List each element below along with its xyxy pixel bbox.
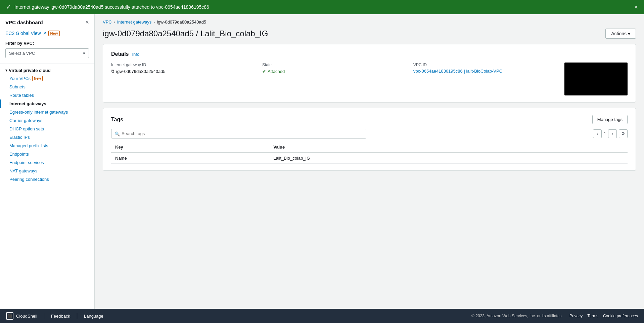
cloudshell-area[interactable]: ⬛ CloudShell <box>6 312 37 320</box>
page-title: igw-0d079da80a2540ad5 / Lalit_Bio_colab_… <box>103 29 268 38</box>
gateway-id-value: ⧉ igw-0d079da80a2540ad5 <box>111 69 257 74</box>
external-link-icon: ↗ <box>43 31 46 36</box>
gateway-id-field: Internet gateway ID ⧉ igw-0d079da80a2540… <box>111 63 257 95</box>
state-label: State <box>262 63 408 67</box>
tags-pagination: ‹ 1 › ⚙ <box>593 129 628 138</box>
sidebar-item-nat-gateways[interactable]: NAT gateways <box>0 167 94 175</box>
sidebar-close-button[interactable]: × <box>85 19 89 26</box>
filter-by-vpc-label: Filter by VPC: <box>0 39 94 47</box>
tags-search-input[interactable] <box>111 129 366 138</box>
sidebar-item-carrier-gateways[interactable]: Carrier gateways <box>0 116 94 125</box>
vpc-select-placeholder: Select a VPC <box>9 51 35 56</box>
sidebar-nav: Your VPCsNewSubnetsRoute tablesInternet … <box>0 74 94 184</box>
details-info-link[interactable]: Info <box>132 52 139 57</box>
sidebar-item-internet-gateways[interactable]: Internet gateways <box>0 99 94 108</box>
details-grid: Internet gateway ID ⧉ igw-0d079da80a2540… <box>111 63 628 95</box>
policy-links: Privacy Terms Cookie preferences <box>569 314 638 318</box>
sidebar-item-managed-prefix-lists[interactable]: Managed prefix lists <box>0 142 94 150</box>
cloudshell-icon: ⬛ <box>6 312 13 320</box>
sidebar-item-subnets[interactable]: Subnets <box>0 83 94 91</box>
breadcrumb-sep-1: › <box>114 20 115 25</box>
tags-title: Tags <box>111 117 123 123</box>
content-area: VPC › Internet gateways › igw-0d079da80a… <box>95 14 644 309</box>
tag-key-cell: Name <box>111 153 269 164</box>
vpc-id-text: vpc-0654ae41836195c86 <box>413 69 463 74</box>
actions-button[interactable]: Actions ▾ <box>605 29 636 39</box>
state-value: ✔ Attached <box>262 69 408 74</box>
sidebar-item-peering-connections[interactable]: Peering connections <box>0 175 94 184</box>
search-icon: 🔍 <box>114 131 120 136</box>
terms-link[interactable]: Terms <box>587 314 598 318</box>
nav-new-badge-your-vpcs: New <box>32 76 43 81</box>
vpc-id-link[interactable]: vpc-0654ae41836195c86 | lalit-BioColab-V… <box>413 69 502 74</box>
tags-card-header: Tags Manage tags <box>111 115 628 124</box>
sidebar-item-egress-only[interactable]: Egress-only internet gateways <box>0 108 94 116</box>
gateway-id-text: igw-0d079da80a2540ad5 <box>116 69 166 74</box>
breadcrumb-sep-2: › <box>153 20 155 25</box>
language-link[interactable]: Language <box>84 314 103 319</box>
ec2-global-view-label: EC2 Global View <box>5 31 41 36</box>
notification-banner: ✓ Internet gateway igw-0d079da80a2540ad5… <box>0 0 644 14</box>
sidebar-item-endpoints[interactable]: Endpoints <box>0 150 94 158</box>
col-header-key: Key <box>111 142 269 153</box>
vpc-select-wrapper: Select a VPC ▾ <box>0 47 94 62</box>
state-field: State ✔ Attached <box>262 63 408 95</box>
ec2-new-badge: New <box>48 31 60 36</box>
tags-search-row: 🔍 ‹ 1 › ⚙ <box>111 129 628 138</box>
sidebar-item-route-tables[interactable]: Route tables <box>0 91 94 99</box>
vpc-id-field: VPC ID vpc-0654ae41836195c86 | lalit-Bio… <box>413 63 559 95</box>
bottom-bar-divider-1 <box>44 313 44 319</box>
notification-close-button[interactable]: × <box>634 4 638 11</box>
sidebar-item-endpoint-services[interactable]: Endpoint services <box>0 158 94 167</box>
sidebar-section-label: Virtual private cloud <box>9 68 51 73</box>
section-arrow-icon: ▾ <box>5 68 7 73</box>
sidebar-ec2-global-view[interactable]: EC2 Global View ↗ New <box>0 29 94 39</box>
cookie-preferences-link[interactable]: Cookie preferences <box>603 314 638 318</box>
copyright-text: © 2023, Amazon Web Services, Inc. or its… <box>471 314 563 318</box>
sidebar-item-your-vpcs[interactable]: Your VPCsNew <box>0 74 94 83</box>
tags-search-wrapper: 🔍 <box>111 129 366 138</box>
sidebar-header: VPC dashboard × <box>0 14 94 29</box>
details-card-header: Details Info <box>111 51 628 57</box>
copy-icon[interactable]: ⧉ <box>111 69 114 74</box>
sidebar: VPC dashboard × EC2 Global View ↗ New Fi… <box>0 14 95 309</box>
bottom-bar: ⬛ CloudShell Feedback Language © 2023, A… <box>0 309 644 323</box>
vpc-id-value: vpc-0654ae41836195c86 | lalit-BioColab-V… <box>413 69 559 74</box>
pagination-prev-button[interactable]: ‹ <box>593 129 602 138</box>
success-icon: ✓ <box>6 3 11 11</box>
cloudshell-label: CloudShell <box>16 314 37 319</box>
table-row: NameLalit_Bio_colab_IG <box>111 153 628 164</box>
vpc-id-label: VPC ID <box>413 63 559 67</box>
feedback-link[interactable]: Feedback <box>51 314 70 319</box>
page-title-row: igw-0d079da80a2540ad5 / Lalit_Bio_colab_… <box>95 27 644 44</box>
notification-text: Internet gateway igw-0d079da80a2540ad5 s… <box>14 4 634 10</box>
vpc-name-text: lalit-BioColab-VPC <box>466 69 502 74</box>
tags-table-header-row: Key Value <box>111 142 628 153</box>
details-card: Details Info Internet gateway ID ⧉ igw-0… <box>103 44 636 103</box>
tags-settings-button[interactable]: ⚙ <box>619 129 628 138</box>
sidebar-title: VPC dashboard <box>5 19 43 25</box>
state-check-icon: ✔ <box>262 69 266 74</box>
manage-tags-button[interactable]: Manage tags <box>592 115 628 124</box>
bottom-bar-divider-2 <box>77 313 77 319</box>
sidebar-item-dhcp-option-sets[interactable]: DHCP option sets <box>0 125 94 133</box>
vpc-select-button[interactable]: Select a VPC ▾ <box>5 48 89 58</box>
breadcrumb-current: igw-0d079da80a2540ad5 <box>157 19 206 25</box>
redacted-image <box>564 63 628 95</box>
gateway-id-label: Internet gateway ID <box>111 63 257 67</box>
privacy-link[interactable]: Privacy <box>569 314 583 318</box>
details-title: Details <box>111 51 129 57</box>
breadcrumb-vpc-link[interactable]: VPC <box>103 19 112 25</box>
col-header-value: Value <box>269 142 628 153</box>
sidebar-divider-1 <box>0 64 94 64</box>
breadcrumb: VPC › Internet gateways › igw-0d079da80a… <box>95 14 644 27</box>
sidebar-section-vpc: ▾ Virtual private cloud <box>0 65 94 74</box>
pagination-next-button[interactable]: › <box>608 129 617 138</box>
tags-table-body: NameLalit_Bio_colab_IG <box>111 153 628 164</box>
state-text: Attached <box>268 69 285 74</box>
vpc-select-chevron-icon: ▾ <box>83 51 85 56</box>
breadcrumb-internet-gateways-link[interactable]: Internet gateways <box>117 19 152 25</box>
tags-card: Tags Manage tags 🔍 ‹ 1 › ⚙ Key <box>103 108 636 171</box>
sidebar-item-elastic-ips[interactable]: Elastic IPs <box>0 133 94 142</box>
tag-value-cell: Lalit_Bio_colab_IG <box>269 153 628 164</box>
